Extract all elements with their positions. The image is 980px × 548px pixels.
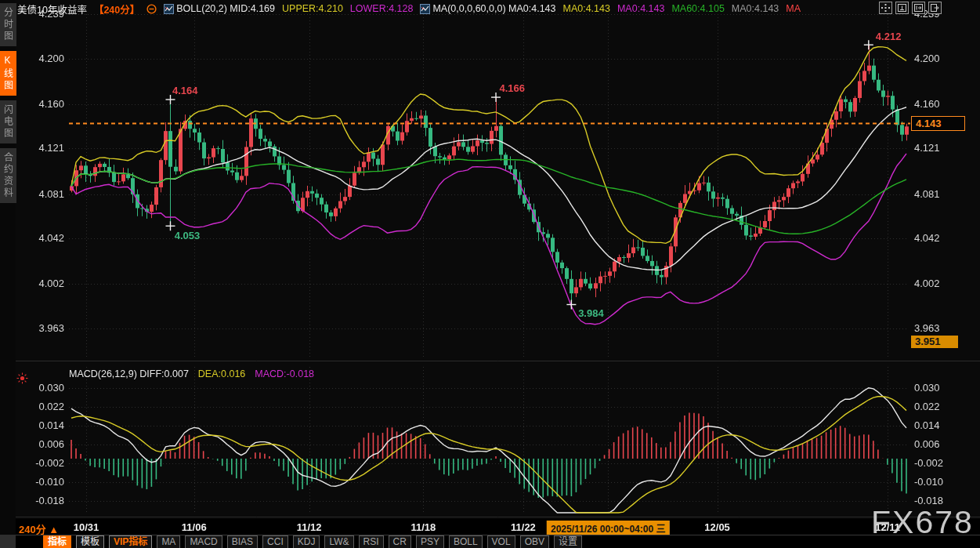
indicator-readout-6: MA60:4.105: [671, 3, 724, 14]
chart-period-tag: 【240分】: [94, 2, 139, 16]
x-axis: 240分 ▲ 2025/11/26 00:00~04:00 三 10/3111/…: [16, 519, 980, 535]
sidebar: 分时图K线图闪电图合约资料: [0, 3, 16, 203]
indicator-readout-text: MA60:4.105: [671, 3, 724, 14]
toolbar-button-2[interactable]: VIP指标: [109, 535, 152, 548]
sidebar-item-3[interactable]: 合约资料: [0, 148, 16, 203]
price-tick-right: 3.963: [914, 322, 940, 334]
pane-shrink-icon[interactable]: [895, 2, 909, 14]
toolbar-button-4[interactable]: MACD: [185, 535, 222, 548]
indicator-readout-2: LOWER:4.128: [350, 3, 414, 14]
indicator-readout-1: UPPER:4.210: [282, 3, 343, 14]
price-tick-left: 4.160: [16, 98, 64, 110]
toolbar-button-6[interactable]: CCI: [262, 535, 288, 548]
toolbar-button-15[interactable]: 设置: [554, 535, 582, 548]
toolbar-button-7[interactable]: KDJ: [293, 535, 320, 548]
macd-tick-right: -0.010: [914, 476, 943, 488]
selected-candle-time: 2025/11/26 00:00~04:00 三: [547, 521, 669, 535]
date-tick: 12/05: [704, 521, 730, 533]
price-annotation: 4.166: [499, 82, 525, 94]
macd-readout: MACD:-0.018: [255, 368, 314, 379]
toolbar-button-5[interactable]: BIAS: [227, 535, 258, 548]
layout-grid-icon[interactable]: [879, 2, 892, 14]
indicator-readout-text: LOWER:4.128: [350, 3, 414, 14]
macd-tick-left: 0.022: [16, 401, 64, 412]
chart-app: 分时图K线图闪电图合约资料 美债10年收益率 【240分】 BOLL(20,2)…: [0, 0, 980, 548]
toolbar-button-9[interactable]: RSI: [359, 535, 384, 548]
toolbar-button-13[interactable]: VOL: [487, 535, 515, 548]
price-annotation: 4.053: [175, 230, 201, 241]
period-arrow-icon: ▲: [49, 524, 59, 535]
chart-title: 美债10年收益率: [17, 2, 87, 16]
macd-tick-left: -0.002: [16, 457, 64, 469]
indicator-readouts: BOLL(20,2) MID:4.169UPPER:4.210LOWER:4.1…: [164, 3, 801, 14]
price-tick-left: 4.121: [16, 142, 64, 154]
indicator-readout-text: MA(0,0,0,60,0,0) MA0:4.143: [432, 3, 555, 14]
price-annotation: 3.984: [578, 307, 604, 319]
macd-tick-left: -0.010: [16, 476, 64, 488]
collapse-indicator-icon[interactable]: [146, 4, 157, 14]
toolbar-button-3[interactable]: MA: [157, 535, 180, 548]
price-tick-right: 4.042: [914, 232, 940, 244]
sidebar-item-0[interactable]: 分时图: [0, 3, 16, 46]
indicator-readout-8: MA: [786, 3, 801, 14]
toolbar-button-1[interactable]: 模板: [76, 535, 104, 548]
candlestick-chart-canvas[interactable]: [0, 0, 980, 548]
macd-tick-right: 0.006: [914, 438, 940, 450]
indicator-readout-text: MA: [786, 3, 801, 14]
indicator-readout-5: MA0:4.143: [617, 3, 664, 14]
price-tick-right: 4.081: [914, 188, 940, 200]
macd-readout: MACD(26,12,9) DIFF:0.007: [69, 368, 189, 379]
macd-tick-right: -0.002: [914, 457, 943, 469]
indicator-readout-3: MA(0,0,0,60,0,0) MA0:4.143: [420, 3, 555, 14]
macd-tick-left: 0.014: [16, 419, 64, 431]
price-tick-left: 4.200: [16, 53, 64, 64]
indicator-readout-text: BOLL(20,2) MID:4.169: [176, 3, 275, 14]
watermark: FX678: [871, 504, 974, 541]
date-tick: 11/12: [297, 521, 322, 533]
chart-header: 美债10年收益率 【240分】 BOLL(20,2) MID:4.169UPPE…: [17, 0, 801, 17]
indicator-readout-text: MA0:4.143: [732, 3, 779, 14]
indicator-chart-icon[interactable]: [420, 4, 430, 14]
toolbar-button-11[interactable]: PSY: [416, 535, 444, 548]
pane-export-icon[interactable]: [928, 2, 942, 14]
macd-tick-left: 0.006: [16, 438, 64, 450]
toolbar-button-12[interactable]: BOLL: [449, 535, 483, 548]
period-text: 240分: [19, 524, 46, 535]
price-tick-left: 4.081: [16, 188, 64, 200]
price-tick-left: 4.002: [16, 278, 64, 289]
window-icons: [879, 2, 942, 14]
macd-tick-right: 0.030: [914, 382, 940, 394]
toolbar-button-14[interactable]: OBV: [520, 535, 549, 548]
session-low-tag: 3.951: [911, 336, 958, 348]
macd-tick-right: 0.014: [914, 419, 940, 431]
price-annotation: 4.164: [172, 85, 198, 96]
toolbar-button-0[interactable]: 指标: [43, 535, 71, 548]
indicator-readout-text: MA0:4.143: [617, 3, 664, 14]
bottom-toolbar: 指标模板VIP指标MAMACDBIASCCIKDJLW&RSICRPSYBOLL…: [16, 535, 980, 548]
macd-header: MACD(26,12,9) DIFF:0.007DEA:0.016MACD:-0…: [69, 368, 314, 379]
date-tick: 11/06: [182, 521, 207, 533]
price-tick-left: 4.042: [16, 232, 64, 244]
date-tick: 11/18: [410, 521, 436, 533]
price-tick-right: 4.121: [914, 142, 940, 154]
indicator-readout-text: UPPER:4.210: [282, 3, 343, 14]
indicator-readout-4: MA0:4.143: [562, 3, 609, 14]
sidebar-item-2[interactable]: 闪电图: [0, 100, 16, 143]
pane-expand-icon[interactable]: [912, 2, 925, 14]
price-tick-right: 4.002: [914, 278, 940, 289]
toolbar-button-8[interactable]: LW&: [324, 535, 353, 548]
alert-icon[interactable]: [16, 372, 28, 387]
price-annotation: 4.212: [876, 31, 902, 42]
sidebar-item-1[interactable]: K线图: [0, 51, 16, 96]
macd-tick-right: 0.022: [914, 401, 940, 412]
price-tick-right: 4.200: [914, 53, 940, 64]
toolbar-button-10[interactable]: CR: [389, 535, 411, 548]
date-tick: 11/22: [511, 521, 536, 533]
price-tick-left: 3.963: [16, 322, 64, 334]
indicator-readout-text: MA0:4.143: [562, 3, 609, 14]
indicator-readout-7: MA0:4.143: [732, 3, 779, 14]
indicator-chart-icon[interactable]: [164, 4, 174, 14]
corner-filler: [0, 535, 16, 548]
price-tick-right: 4.160: [914, 98, 940, 110]
indicator-readout-0: BOLL(20,2) MID:4.169: [164, 3, 275, 14]
